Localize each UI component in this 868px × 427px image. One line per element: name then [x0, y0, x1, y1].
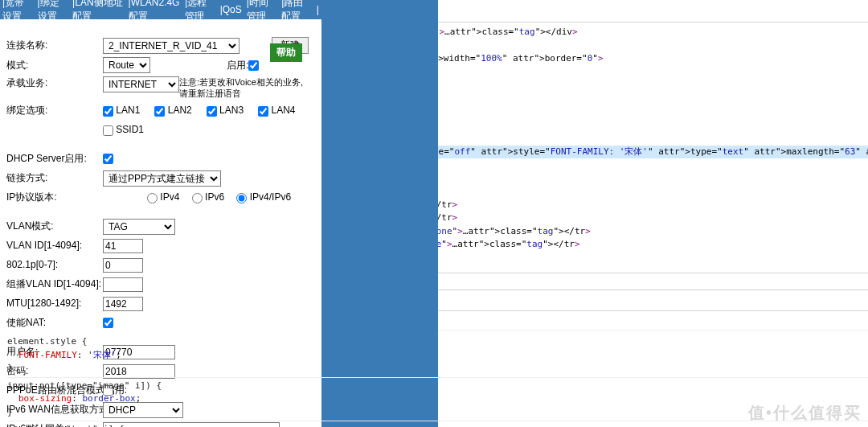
ipver-dual-radio[interactable] — [236, 193, 247, 203]
dhcp-checkbox[interactable] — [103, 154, 113, 164]
router-tab-5[interactable]: |QoS — [218, 3, 244, 17]
router-tab-0[interactable]: |宽带设置 — [0, 0, 35, 23]
conn-name-label: 连接名称: — [6, 39, 103, 52]
ipver-ipv6-radio[interactable] — [192, 193, 203, 203]
styles-pane[interactable]: element.style {FONT-FAMILY: '宋体';}用户代理样式… — [1, 331, 868, 427]
mode-select[interactable]: Route — [103, 57, 150, 73]
vlanmode-select[interactable]: TAG — [103, 219, 175, 235]
bind-LAN2-label: LAN2 — [168, 105, 192, 116]
vlanid-input[interactable] — [103, 239, 143, 253]
bind-LAN4-label: LAN4 — [271, 105, 295, 116]
router-tab-6[interactable]: |时间管理 — [244, 0, 280, 23]
router-tab-4[interactable]: |远程管理 — [182, 0, 218, 23]
dhcp-label: DHCP Server启用: — [6, 152, 103, 166]
ipver-dual[interactable]: IPv4/IPv6 — [236, 191, 291, 203]
ipver-label: IP协议版本: — [6, 191, 103, 204]
help-button[interactable]: 帮助 — [270, 43, 302, 62]
bind-label: 绑定选项: — [6, 104, 103, 117]
router-tab-2[interactable]: |LAN侧地址配置 — [70, 0, 126, 23]
vlanmode-label: VLAN模式: — [6, 220, 103, 233]
nat-label: 使能NAT: — [6, 316, 103, 330]
service-note: 注意:若更改和Voice相关的业务,请重新注册语音 — [179, 76, 308, 100]
ipver-ipv6[interactable]: IPv6 — [192, 191, 224, 203]
dot1p-input[interactable] — [103, 258, 143, 273]
router-tab-3[interactable]: |WLAN2.4G配置 — [126, 0, 182, 23]
dot1p-label: 802.1p[0-7]: — [6, 258, 103, 272]
link-select[interactable]: 通过PPP方式建立链接 — [103, 170, 221, 187]
service-label: 承载业务: — [6, 76, 103, 90]
mvlan-input[interactable] — [103, 277, 143, 292]
bind-LAN2-checkbox[interactable] — [154, 106, 165, 117]
mtu-input[interactable] — [103, 297, 143, 311]
mtu-label: MTU[1280-1492]: — [6, 297, 103, 310]
router-tabbar: |宽带设置|绑定设置|LAN侧地址配置|WLAN2.4G配置|远程管理|QoS|… — [0, 0, 321, 19]
css-rule[interactable]: 用户代理样式表input:not([type="image" i]) {box-… — [7, 378, 868, 422]
bind-LAN3-checkbox[interactable] — [207, 106, 217, 117]
service-select[interactable]: INTERNET — [103, 76, 179, 92]
bind-ssid1-checkbox[interactable] — [103, 125, 113, 136]
ipver-radios: IPv4 IPv6 IPv4/IPv6 — [147, 191, 301, 204]
vlanid-label: VLAN ID[1-4094]: — [6, 239, 103, 253]
link-label: 链接方式: — [6, 171, 103, 185]
mode-label: 模式: — [6, 59, 103, 72]
nat-checkbox[interactable] — [103, 318, 113, 328]
enable-label: 启用: — [227, 59, 248, 72]
ipver-ipv4[interactable]: IPv4 — [147, 191, 179, 203]
bind-LAN3-label: LAN3 — [219, 105, 244, 116]
css-rule[interactable]: element.style {FONT-FAMILY: '宋体';} — [7, 334, 868, 378]
bind-ssid1-label: SSID1 — [116, 124, 144, 135]
router-tab-7[interactable]: |路由配置 — [279, 0, 314, 23]
conn-name-select[interactable]: 2_INTERNET_R_VID_41 — [103, 38, 240, 54]
css-rule[interactable]: 用户代理样式表input[type="text" i] {padding: ▸ … — [7, 421, 868, 427]
ipver-ipv4-radio[interactable] — [147, 193, 158, 203]
bind-LAN1-label: LAN1 — [116, 105, 140, 116]
enable-checkbox[interactable] — [248, 60, 259, 71]
router-tab-1[interactable]: |绑定设置 — [35, 0, 71, 23]
bind-LAN1-checkbox[interactable] — [103, 106, 113, 117]
bind-LAN4-checkbox[interactable] — [258, 106, 268, 117]
mvlan-label: 组播VLAN ID[1-4094]: — [6, 277, 103, 291]
watermark: 值•什么值得买 — [748, 401, 862, 424]
